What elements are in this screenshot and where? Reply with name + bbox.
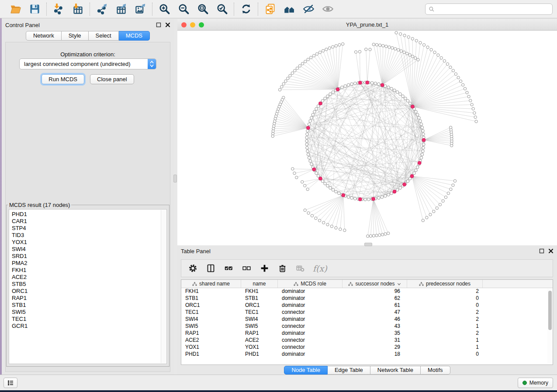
table-cell[interactable]: 2 — [407, 316, 483, 323]
table-cell[interactable]: 18 — [343, 351, 407, 358]
tab-edge-table[interactable]: Edge Table — [328, 366, 370, 375]
table-cell[interactable]: 62 — [343, 295, 407, 302]
table-row[interactable]: SWI4SWI4dominator462 — [181, 316, 553, 323]
mcds-result-list[interactable]: PHD1CAR1STP4TID3YOX1SWI4SRD1PMA2FKH1ACE2… — [9, 209, 167, 364]
table-row[interactable]: STB1STB1dominator620 — [181, 295, 553, 302]
tab-network-table[interactable]: Network Table — [370, 366, 421, 375]
table-row[interactable]: YOX1YOX1connector291 — [181, 344, 553, 351]
table-cell[interactable]: FKH1 — [241, 288, 278, 295]
table-cell[interactable]: FKH1 — [181, 288, 241, 295]
table-scrollbar-thumb[interactable] — [548, 291, 552, 330]
table-row[interactable]: ORC1ORC1dominator610 — [181, 302, 553, 309]
column-header-name[interactable]: name — [241, 280, 278, 288]
table-cell[interactable]: YOX1 — [181, 344, 241, 351]
table-cell[interactable]: SWI4 — [241, 316, 278, 323]
table-cell[interactable]: dominator — [278, 302, 343, 309]
run-mcds-button[interactable]: Run MCDS — [42, 74, 84, 84]
mcds-result-item[interactable]: STP4 — [12, 225, 166, 232]
float-panel-icon[interactable] — [156, 22, 161, 28]
table-cell[interactable]: 61 — [343, 302, 407, 309]
table-cell[interactable]: RAP1 — [181, 330, 241, 337]
toolbar-first-neighbors-button[interactable] — [283, 3, 296, 16]
result-scrollbar[interactable] — [161, 210, 166, 363]
tab-mcds[interactable]: MCDS — [119, 31, 150, 41]
table-cell[interactable]: dominator — [278, 316, 343, 323]
column-header-predecessor-nodes[interactable]: predecessor nodes — [407, 280, 483, 288]
table-cell[interactable]: ORC1 — [241, 302, 278, 309]
network-titlebar[interactable]: YPA_prune.txt_1 — [177, 19, 557, 31]
float-table-panel-icon[interactable] — [539, 248, 544, 254]
table-toolbar-deselect-all-button[interactable] — [241, 263, 252, 274]
search-box[interactable] — [425, 3, 553, 15]
network-canvas[interactable] — [177, 31, 557, 245]
table-cell[interactable]: dominator — [278, 295, 343, 302]
table-toolbar-columns-button[interactable] — [205, 263, 216, 274]
table-cell[interactable]: dominator — [278, 351, 343, 358]
toolbar-save-session-button[interactable] — [28, 3, 41, 16]
mcds-result-item[interactable]: SWI5 — [12, 309, 166, 316]
table-cell[interactable]: connector — [278, 344, 343, 351]
mcds-result-item[interactable]: ACE2 — [12, 274, 166, 281]
table-row[interactable]: TEC1TEC1connector472 — [181, 309, 553, 316]
close-panel-icon[interactable] — [165, 22, 170, 28]
mcds-result-item[interactable]: YOX1 — [12, 239, 166, 246]
table-cell[interactable]: ORC1 — [181, 302, 241, 309]
optimization-select[interactable]: largest connected component (undirected) — [19, 58, 156, 69]
table-row[interactable]: RAP1RAP1dominator352 — [181, 330, 553, 337]
table-cell[interactable]: RAP1 — [241, 330, 278, 337]
mcds-result-item[interactable]: SRD1 — [12, 253, 166, 260]
table-cell[interactable]: SWI5 — [181, 323, 241, 330]
table-cell[interactable]: 1 — [407, 337, 483, 344]
table-cell[interactable]: 46 — [343, 316, 407, 323]
table-row[interactable]: PHD1PHD1dominator180 — [181, 351, 553, 358]
mcds-result-item[interactable]: STB1 — [12, 302, 166, 309]
toolbar-export-image-button[interactable] — [134, 3, 147, 16]
table-cell[interactable]: 31 — [343, 337, 407, 344]
table-cell[interactable]: SWI4 — [181, 316, 241, 323]
close-panel-button[interactable]: Close panel — [90, 74, 134, 84]
toolbar-import-network-button[interactable] — [52, 3, 65, 16]
toolbar-open-file-button[interactable] — [9, 3, 22, 16]
mcds-result-item[interactable]: PMA2 — [12, 260, 166, 267]
mcds-result-item[interactable]: FKH1 — [12, 267, 166, 274]
table-cell[interactable]: 2 — [407, 309, 483, 316]
toolbar-hide-selected-button[interactable] — [302, 3, 315, 16]
tab-node-table[interactable]: Node Table — [284, 366, 328, 375]
mcds-result-item[interactable]: STB5 — [12, 281, 166, 288]
table-cell[interactable]: ACE2 — [181, 337, 241, 344]
toolbar-zoom-fit-button[interactable] — [196, 3, 209, 16]
toolbar-zoom-selected-button[interactable] — [215, 3, 228, 16]
network-graph[interactable] — [177, 31, 557, 245]
tab-style[interactable]: Style — [62, 31, 89, 41]
memory-button[interactable]: Memory — [518, 378, 553, 388]
table-cell[interactable]: connector — [278, 309, 343, 316]
table-scrollbar[interactable] — [547, 289, 552, 364]
mcds-result-item[interactable]: TID3 — [12, 232, 166, 239]
table-cell[interactable]: STB1 — [181, 295, 241, 302]
node-table[interactable]: shared namenameMCDS rolesuccessor nodesp… — [181, 279, 553, 365]
horizontal-split-handle[interactable] — [364, 243, 372, 246]
table-cell[interactable]: 43 — [343, 323, 407, 330]
search-input[interactable] — [435, 5, 552, 14]
toolbar-show-all-button[interactable] — [321, 3, 334, 16]
toolbar-zoom-in-button[interactable] — [158, 3, 171, 16]
table-cell[interactable]: 29 — [343, 344, 407, 351]
table-cell[interactable]: STB1 — [241, 295, 278, 302]
table-cell[interactable]: YOX1 — [241, 344, 278, 351]
table-cell[interactable]: 47 — [343, 309, 407, 316]
table-cell[interactable]: 35 — [343, 330, 407, 337]
table-cell[interactable]: PHD1 — [181, 351, 241, 358]
table-cell[interactable]: 1 — [407, 344, 483, 351]
column-header-mcds-role[interactable]: MCDS role — [278, 280, 343, 288]
toolbar-zoom-out-button[interactable] — [177, 3, 190, 16]
table-cell[interactable]: connector — [278, 337, 343, 344]
table-cell[interactable]: 96 — [343, 288, 407, 295]
toolbar-export-network-button[interactable] — [95, 3, 108, 16]
table-cell[interactable]: TEC1 — [181, 309, 241, 316]
table-row[interactable]: ACE2ACE2connector311 — [181, 337, 553, 344]
table-row[interactable]: SWI5SWI5connector431 — [181, 323, 553, 330]
mcds-result-item[interactable]: RAP1 — [12, 295, 166, 302]
close-table-panel-icon[interactable] — [548, 248, 554, 254]
tab-network[interactable]: Network — [26, 31, 62, 41]
tab-motifs[interactable]: Motifs — [421, 366, 450, 375]
